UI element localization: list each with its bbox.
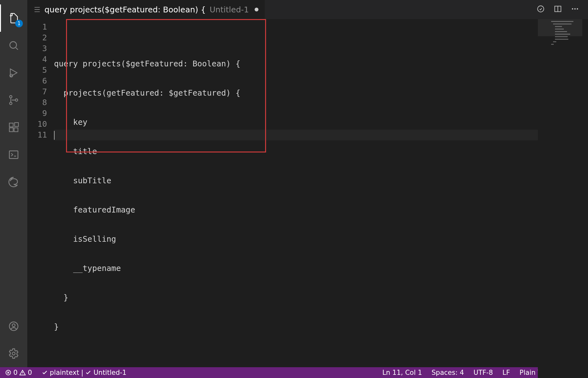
file-lines-icon	[34, 6, 41, 13]
svg-point-0	[10, 42, 17, 48]
code-line: projects(getFeatured: $getFeatured) {	[54, 88, 538, 98]
line-number: 4	[27, 54, 47, 65]
line-number: 8	[27, 97, 47, 108]
code-line: title	[54, 146, 538, 157]
code-line: key	[54, 117, 538, 128]
svg-point-16	[574, 8, 576, 10]
svg-point-4	[15, 99, 18, 101]
activity-settings[interactable]	[0, 340, 27, 367]
dirty-dot-icon	[255, 8, 258, 11]
line-number: 6	[27, 76, 47, 86]
line-number: 9	[27, 108, 47, 119]
tab-subtitle: Untitled-1	[210, 5, 249, 14]
minimap-slider[interactable]	[538, 19, 582, 36]
explorer-badge: 1	[15, 20, 23, 27]
line-number: 10	[27, 119, 47, 130]
svg-rect-6	[10, 128, 13, 132]
activity-search[interactable]	[0, 32, 27, 59]
activity-edge-icon[interactable]	[0, 168, 27, 196]
svg-point-2	[10, 96, 12, 98]
activity-bar: 1	[0, 0, 27, 367]
current-line-highlight	[54, 130, 538, 140]
vertical-scrollbar[interactable]	[582, 19, 588, 378]
activity-explorer[interactable]: 1	[0, 4, 27, 32]
tab-title: query projects($getFeatured: Boolean) {	[44, 5, 206, 14]
editor-body[interactable]: 1 2 3 4 5 6 7 8 9 10 11 query projects($…	[27, 19, 588, 378]
text-cursor	[54, 131, 55, 140]
svg-point-3	[10, 102, 12, 105]
minimap[interactable]	[538, 19, 582, 378]
status-errors-count: 0	[13, 369, 17, 376]
svg-point-11	[12, 324, 15, 327]
svg-rect-9	[10, 151, 18, 159]
code-line: isSelling	[54, 234, 538, 245]
code-line: featuredImage	[54, 205, 538, 215]
tab-untitled-1[interactable]: query projects($getFeatured: Boolean) { …	[27, 0, 265, 19]
code-line: }	[54, 292, 538, 303]
code-line: __typename	[54, 263, 538, 274]
code-content[interactable]: query projects($getFeatured: Boolean) { …	[54, 19, 538, 378]
tab-bar: query projects($getFeatured: Boolean) { …	[27, 0, 588, 19]
activity-terminal[interactable]	[0, 141, 27, 168]
run-code-action-icon[interactable]	[537, 5, 545, 14]
code-line: subTitle	[54, 175, 538, 186]
code-line: query projects($getFeatured: Boolean) {	[54, 58, 538, 69]
svg-rect-5	[10, 123, 13, 127]
svg-point-17	[577, 8, 578, 10]
editor-area: query projects($getFeatured: Boolean) { …	[27, 0, 588, 367]
activity-accounts[interactable]	[0, 313, 27, 340]
split-editor-icon[interactable]	[554, 5, 562, 14]
line-number: 11	[27, 130, 47, 140]
svg-rect-7	[14, 128, 18, 132]
line-number: 1	[27, 22, 47, 32]
activity-extensions[interactable]	[0, 114, 27, 141]
activity-source-control[interactable]	[0, 86, 27, 114]
line-number: 7	[27, 86, 47, 97]
code-line	[54, 351, 538, 361]
more-actions-icon[interactable]	[571, 5, 579, 14]
line-number: 5	[27, 65, 47, 76]
svg-point-12	[12, 352, 15, 355]
activity-run-debug[interactable]	[0, 59, 27, 86]
line-number: 3	[27, 43, 47, 54]
svg-point-15	[572, 8, 573, 10]
code-line: }	[54, 321, 538, 332]
svg-rect-8	[15, 123, 18, 126]
line-number: 2	[27, 32, 47, 43]
line-number-gutter: 1 2 3 4 5 6 7 8 9 10 11	[27, 19, 54, 378]
